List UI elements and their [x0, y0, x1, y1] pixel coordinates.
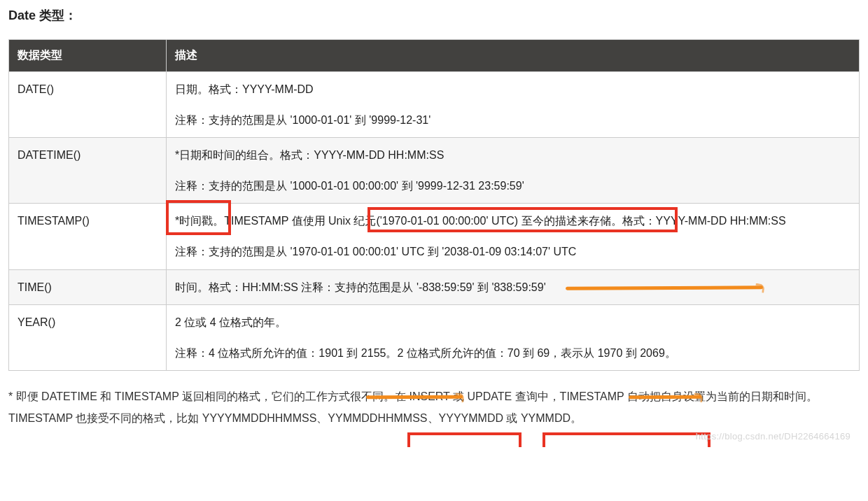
cell-desc: 2 位或 4 位格式的年。注释：4 位格式所允许的值：1901 到 2155。2…	[167, 305, 860, 371]
desc-line: 时间。格式：HH:MM:SS 注释：支持的范围是从 '-838:59:59' 到…	[175, 278, 850, 297]
desc-line: 注释：支持的范围是从 '1970-01-01 00:00:01' UTC 到 '…	[175, 243, 850, 261]
highlight-box	[542, 432, 710, 447]
cell-desc: 日期。格式：YYYY-MM-DD注释：支持的范围是从 '1000-01-01' …	[167, 72, 860, 138]
cell-desc: *时间戳。TIMESTAMP 值使用 Unix 纪元('1970-01-01 0…	[167, 204, 860, 269]
footnote-text: * 即便 DATETIME 和 TIMESTAMP 返回相同的格式，它们的工作方…	[8, 386, 860, 429]
page-heading: Date 类型：	[8, 7, 860, 24]
table-row: DATETIME()*日期和时间的组合。格式：YYYY-MM-DD HH:MM:…	[9, 138, 860, 204]
date-types-table: 数据类型 描述 DATE()日期。格式：YYYY-MM-DD注释：支持的范围是从…	[8, 39, 860, 371]
table-header-row: 数据类型 描述	[9, 40, 860, 72]
header-type: 数据类型	[9, 40, 167, 72]
desc-line: 日期。格式：YYYY-MM-DD	[175, 80, 850, 99]
table-row: TIME()时间。格式：HH:MM:SS 注释：支持的范围是从 '-838:59…	[9, 269, 860, 305]
header-desc: 描述	[167, 40, 860, 72]
desc-line: *日期和时间的组合。格式：YYYY-MM-DD HH:MM:SS	[175, 146, 850, 164]
desc-line: 注释：支持的范围是从 '1000-01-01 00:00:00' 到 '9999…	[175, 177, 850, 195]
table-row: DATE()日期。格式：YYYY-MM-DD注释：支持的范围是从 '1000-0…	[9, 72, 860, 138]
cell-desc: *日期和时间的组合。格式：YYYY-MM-DD HH:MM:SS注释：支持的范围…	[167, 138, 860, 204]
cell-type: DATETIME()	[9, 138, 167, 204]
watermark-text: https://blog.csdn.net/DH2264664169	[696, 431, 850, 442]
desc-line: 注释：支持的范围是从 '1000-01-01' 到 '9999-12-31'	[175, 111, 850, 129]
highlight-box	[407, 432, 522, 447]
cell-type: TIME()	[9, 269, 167, 305]
cell-type: DATE()	[9, 72, 167, 138]
cell-desc: 时间。格式：HH:MM:SS 注释：支持的范围是从 '-838:59:59' 到…	[167, 269, 860, 305]
desc-line: 注释：4 位格式所允许的值：1901 到 2155。2 位格式所允许的值：70 …	[175, 344, 850, 362]
cell-type: TIMESTAMP()	[9, 204, 167, 269]
desc-line: 2 位或 4 位格式的年。	[175, 313, 850, 332]
cell-type: YEAR()	[9, 305, 167, 371]
desc-line: *时间戳。TIMESTAMP 值使用 Unix 纪元('1970-01-01 0…	[175, 212, 850, 230]
table-row: TIMESTAMP()*时间戳。TIMESTAMP 值使用 Unix 纪元('1…	[9, 204, 860, 269]
table-row: YEAR()2 位或 4 位格式的年。注释：4 位格式所允许的值：1901 到 …	[9, 305, 860, 371]
